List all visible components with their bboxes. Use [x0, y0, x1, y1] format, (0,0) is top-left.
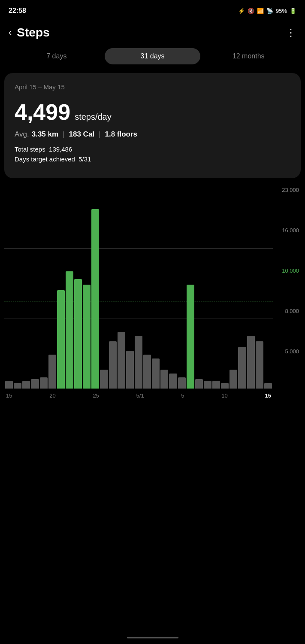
bar-8	[74, 279, 82, 389]
y-axis-labels: 23,000 16,000 10,000 8,000 5,000	[275, 187, 301, 389]
bluetooth-icon: ⚡	[238, 8, 245, 14]
content-card: April 15 – May 15 4,499 steps/day Avg. 3…	[4, 73, 301, 178]
bar-23	[204, 381, 211, 389]
bar-1	[14, 383, 21, 389]
bar-17	[152, 358, 160, 389]
header-left: ‹ Steps	[9, 26, 50, 39]
bar-9	[83, 285, 91, 389]
bar-25	[221, 383, 229, 389]
bar-29	[256, 341, 263, 389]
date-range: April 15 – May 15	[15, 83, 290, 91]
avg-label: Avg.	[15, 130, 29, 139]
x-label-15-apr: 15	[6, 392, 12, 399]
bar-26	[230, 370, 237, 389]
total-steps-row: Total steps 139,486	[15, 146, 290, 153]
bar-19	[169, 374, 177, 389]
avg-floors: 1.8 floors	[105, 130, 138, 139]
signal-icon: 📡	[266, 8, 273, 14]
bar-30	[264, 383, 272, 389]
days-target-value: 5/31	[79, 155, 91, 163]
tabs-row: 7 days 31 days 12 months	[0, 48, 305, 73]
sep1: |	[63, 130, 64, 139]
bar-2	[22, 381, 30, 389]
days-target-label: Days target achieved	[15, 155, 75, 163]
bar-24	[212, 381, 220, 389]
bar-6	[57, 290, 65, 389]
bar-4	[40, 377, 48, 389]
bar-7	[66, 271, 73, 389]
tab-12months[interactable]: 12 months	[200, 48, 296, 64]
avg-stats-row: Avg. 3.35 km | 183 Cal | 1.8 floors	[15, 130, 290, 139]
bar-21	[187, 285, 194, 389]
more-options-button[interactable]: ⋮	[286, 27, 296, 39]
battery-icon: 🔋	[290, 8, 296, 14]
x-label-10: 10	[221, 392, 227, 399]
bar-16	[143, 355, 151, 389]
y-label-8000: 8,000	[285, 308, 299, 314]
y-label-5000: 5,000	[285, 348, 299, 355]
bar-14	[126, 351, 134, 389]
bar-3	[31, 379, 39, 389]
bar-28	[247, 336, 255, 389]
bar-18	[160, 370, 168, 389]
bar-10	[91, 209, 99, 389]
x-label-25: 25	[93, 392, 99, 399]
status-bar: 22:58 ⚡ 🔇 📶 📡 95% 🔋	[0, 0, 305, 21]
x-label-15-may: 15	[265, 392, 271, 399]
bar-20	[178, 377, 186, 389]
steps-per-day-unit: steps/day	[75, 112, 112, 122]
steps-summary: 4,499 steps/day	[15, 99, 290, 125]
y-label-16000: 16,000	[282, 227, 299, 234]
x-label-51: 5/1	[136, 392, 144, 399]
back-button[interactable]: ‹	[9, 27, 12, 38]
bar-22	[195, 379, 203, 389]
volume-icon: 🔇	[248, 8, 254, 14]
bars-and-grid	[4, 187, 273, 389]
days-target-row: Days target achieved 5/31	[15, 155, 290, 163]
tab-7days[interactable]: 7 days	[9, 48, 105, 64]
y-label-23000: 23,000	[282, 187, 299, 193]
bottom-handle	[127, 637, 178, 638]
bars-container	[4, 187, 273, 389]
y-label-10000: 10,000	[282, 267, 299, 274]
page-title: Steps	[17, 26, 49, 39]
chart-wrapper: 23,000 16,000 10,000 8,000 5,000 15 20 2…	[4, 187, 301, 401]
total-steps-value: 139,486	[49, 146, 72, 153]
bottom-nav-bar	[0, 631, 305, 644]
avg-cal: 183 Cal	[69, 130, 95, 139]
bar-15	[135, 336, 142, 389]
status-time: 22:58	[9, 7, 26, 15]
tab-31days[interactable]: 31 days	[105, 48, 201, 64]
avg-km: 3.35 km	[32, 130, 58, 139]
bar-11	[100, 370, 108, 389]
total-steps-label: Total steps	[15, 146, 45, 153]
x-axis-labels: 15 20 25 5/1 5 10 15	[4, 389, 273, 401]
x-label-20: 20	[49, 392, 55, 399]
bar-0	[5, 381, 13, 389]
header: ‹ Steps ⋮	[0, 21, 305, 48]
bar-27	[238, 347, 246, 389]
steps-per-day-value: 4,499	[15, 99, 70, 125]
status-right: ⚡ 🔇 📶 📡 95% 🔋	[238, 8, 296, 14]
x-label-5: 5	[181, 392, 184, 399]
battery-level: 95%	[276, 8, 287, 14]
bar-13	[118, 332, 125, 389]
wifi-icon: 📶	[257, 8, 264, 14]
bar-5	[48, 355, 56, 389]
bar-12	[109, 341, 117, 389]
sep2: |	[99, 130, 100, 139]
